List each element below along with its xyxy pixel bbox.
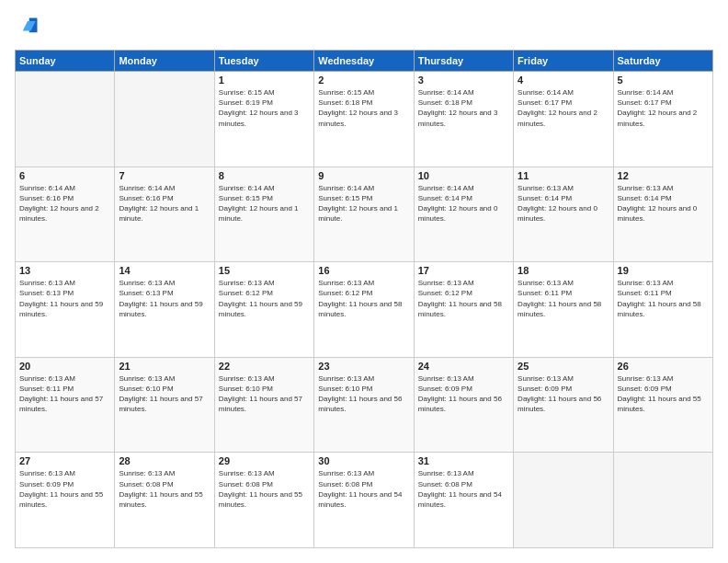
day-number: 5 [618, 75, 709, 86]
day-number: 9 [318, 170, 409, 181]
calendar-cell: 29Sunrise: 6:13 AMSunset: 6:08 PMDayligh… [214, 453, 313, 548]
day-number: 7 [119, 170, 210, 181]
day-number: 1 [219, 75, 310, 86]
day-info: Sunrise: 6:13 AMSunset: 6:11 PMDaylight:… [618, 278, 709, 319]
calendar-cell: 12Sunrise: 6:13 AMSunset: 6:14 PMDayligh… [613, 167, 712, 262]
calendar-cell: 9Sunrise: 6:14 AMSunset: 6:15 PMDaylight… [314, 167, 414, 262]
calendar-cell: 31Sunrise: 6:13 AMSunset: 6:08 PMDayligh… [414, 453, 513, 548]
calendar-week-row: 27Sunrise: 6:13 AMSunset: 6:09 PMDayligh… [16, 453, 713, 548]
day-of-week-header: Tuesday [214, 51, 313, 72]
calendar-header-row: SundayMondayTuesdayWednesdayThursdayFrid… [16, 51, 713, 72]
calendar-week-row: 20Sunrise: 6:13 AMSunset: 6:11 PMDayligh… [16, 357, 713, 453]
day-number: 12 [618, 170, 709, 181]
day-number: 29 [219, 455, 310, 466]
day-info: Sunrise: 6:14 AMSunset: 6:15 PMDaylight:… [219, 183, 310, 224]
calendar-cell [16, 72, 115, 167]
day-info: Sunrise: 6:13 AMSunset: 6:11 PMDaylight:… [518, 278, 609, 319]
calendar-cell: 26Sunrise: 6:13 AMSunset: 6:09 PMDayligh… [613, 357, 712, 453]
day-info: Sunrise: 6:13 AMSunset: 6:08 PMDaylight:… [119, 468, 210, 510]
day-number: 30 [318, 455, 409, 466]
day-info: Sunrise: 6:13 AMSunset: 6:11 PMDaylight:… [19, 373, 110, 415]
day-info: Sunrise: 6:13 AMSunset: 6:12 PMDaylight:… [318, 278, 409, 319]
day-info: Sunrise: 6:15 AMSunset: 6:19 PMDaylight:… [219, 87, 310, 129]
day-number: 17 [418, 265, 509, 276]
calendar-cell: 11Sunrise: 6:13 AMSunset: 6:14 PMDayligh… [514, 167, 613, 262]
logo-icon [15, 15, 40, 40]
calendar-cell: 20Sunrise: 6:13 AMSunset: 6:11 PMDayligh… [16, 357, 115, 453]
calendar-cell: 25Sunrise: 6:13 AMSunset: 6:09 PMDayligh… [514, 357, 613, 453]
calendar-cell: 5Sunrise: 6:14 AMSunset: 6:17 PMDaylight… [613, 72, 712, 167]
day-number: 27 [19, 455, 110, 466]
day-number: 28 [119, 455, 210, 466]
calendar-cell: 28Sunrise: 6:13 AMSunset: 6:08 PMDayligh… [115, 453, 214, 548]
day-number: 21 [119, 361, 210, 372]
day-info: Sunrise: 6:13 AMSunset: 6:08 PMDaylight:… [318, 468, 409, 510]
day-info: Sunrise: 6:13 AMSunset: 6:09 PMDaylight:… [518, 373, 609, 415]
day-number: 19 [618, 265, 709, 276]
day-number: 16 [318, 265, 409, 276]
calendar-cell: 10Sunrise: 6:14 AMSunset: 6:14 PMDayligh… [414, 167, 513, 262]
day-info: Sunrise: 6:14 AMSunset: 6:17 PMDaylight:… [518, 87, 609, 129]
day-info: Sunrise: 6:14 AMSunset: 6:17 PMDaylight:… [618, 87, 709, 129]
day-number: 13 [19, 265, 110, 276]
day-info: Sunrise: 6:13 AMSunset: 6:13 PMDaylight:… [19, 278, 110, 319]
day-number: 31 [418, 455, 509, 466]
calendar-week-row: 1Sunrise: 6:15 AMSunset: 6:19 PMDaylight… [16, 72, 713, 167]
day-number: 14 [119, 265, 210, 276]
day-of-week-header: Saturday [613, 51, 712, 72]
calendar-cell [613, 453, 712, 548]
calendar-cell: 18Sunrise: 6:13 AMSunset: 6:11 PMDayligh… [514, 262, 613, 358]
calendar-week-row: 6Sunrise: 6:14 AMSunset: 6:16 PMDaylight… [16, 167, 713, 262]
day-number: 8 [219, 170, 310, 181]
day-number: 4 [518, 75, 609, 86]
day-of-week-header: Sunday [16, 51, 115, 72]
day-info: Sunrise: 6:13 AMSunset: 6:14 PMDaylight:… [618, 183, 709, 224]
calendar-cell: 24Sunrise: 6:13 AMSunset: 6:09 PMDayligh… [414, 357, 513, 453]
day-info: Sunrise: 6:13 AMSunset: 6:09 PMDaylight:… [618, 373, 709, 415]
calendar-cell: 7Sunrise: 6:14 AMSunset: 6:16 PMDaylight… [115, 167, 214, 262]
day-info: Sunrise: 6:13 AMSunset: 6:08 PMDaylight:… [418, 468, 509, 510]
calendar-cell [115, 72, 214, 167]
day-info: Sunrise: 6:14 AMSunset: 6:16 PMDaylight:… [19, 183, 110, 224]
calendar-cell: 17Sunrise: 6:13 AMSunset: 6:12 PMDayligh… [414, 262, 513, 358]
day-info: Sunrise: 6:13 AMSunset: 6:09 PMDaylight:… [418, 373, 509, 415]
header [15, 15, 713, 40]
day-info: Sunrise: 6:14 AMSunset: 6:16 PMDaylight:… [119, 183, 210, 224]
day-number: 15 [219, 265, 310, 276]
day-number: 18 [518, 265, 609, 276]
calendar-body: 1Sunrise: 6:15 AMSunset: 6:19 PMDaylight… [16, 72, 713, 548]
day-info: Sunrise: 6:14 AMSunset: 6:18 PMDaylight:… [418, 87, 509, 129]
calendar-cell: 16Sunrise: 6:13 AMSunset: 6:12 PMDayligh… [314, 262, 414, 358]
calendar-cell: 4Sunrise: 6:14 AMSunset: 6:17 PMDaylight… [514, 72, 613, 167]
day-info: Sunrise: 6:13 AMSunset: 6:10 PMDaylight:… [318, 373, 409, 415]
calendar: SundayMondayTuesdayWednesdayThursdayFrid… [15, 50, 713, 548]
logo [15, 15, 44, 40]
day-number: 6 [19, 170, 110, 181]
calendar-cell: 6Sunrise: 6:14 AMSunset: 6:16 PMDaylight… [16, 167, 115, 262]
day-number: 25 [518, 361, 609, 372]
day-of-week-header: Wednesday [314, 51, 414, 72]
calendar-cell: 8Sunrise: 6:14 AMSunset: 6:15 PMDaylight… [214, 167, 313, 262]
day-info: Sunrise: 6:13 AMSunset: 6:12 PMDaylight:… [418, 278, 509, 319]
calendar-cell: 2Sunrise: 6:15 AMSunset: 6:18 PMDaylight… [314, 72, 414, 167]
day-info: Sunrise: 6:13 AMSunset: 6:10 PMDaylight:… [219, 373, 310, 415]
day-number: 22 [219, 361, 310, 372]
calendar-week-row: 13Sunrise: 6:13 AMSunset: 6:13 PMDayligh… [16, 262, 713, 358]
day-info: Sunrise: 6:13 AMSunset: 6:10 PMDaylight:… [119, 373, 210, 415]
day-number: 11 [518, 170, 609, 181]
day-of-week-header: Thursday [414, 51, 513, 72]
day-of-week-header: Friday [514, 51, 613, 72]
calendar-cell: 15Sunrise: 6:13 AMSunset: 6:12 PMDayligh… [214, 262, 313, 358]
day-info: Sunrise: 6:13 AMSunset: 6:08 PMDaylight:… [219, 468, 310, 510]
day-of-week-header: Monday [115, 51, 214, 72]
day-number: 20 [19, 361, 110, 372]
calendar-cell: 23Sunrise: 6:13 AMSunset: 6:10 PMDayligh… [314, 357, 414, 453]
day-info: Sunrise: 6:14 AMSunset: 6:15 PMDaylight:… [318, 183, 409, 224]
day-info: Sunrise: 6:13 AMSunset: 6:14 PMDaylight:… [518, 183, 609, 224]
day-number: 26 [618, 361, 709, 372]
calendar-cell: 27Sunrise: 6:13 AMSunset: 6:09 PMDayligh… [16, 453, 115, 548]
day-number: 24 [418, 361, 509, 372]
calendar-cell: 14Sunrise: 6:13 AMSunset: 6:13 PMDayligh… [115, 262, 214, 358]
calendar-cell: 30Sunrise: 6:13 AMSunset: 6:08 PMDayligh… [314, 453, 414, 548]
day-info: Sunrise: 6:13 AMSunset: 6:12 PMDaylight:… [219, 278, 310, 319]
